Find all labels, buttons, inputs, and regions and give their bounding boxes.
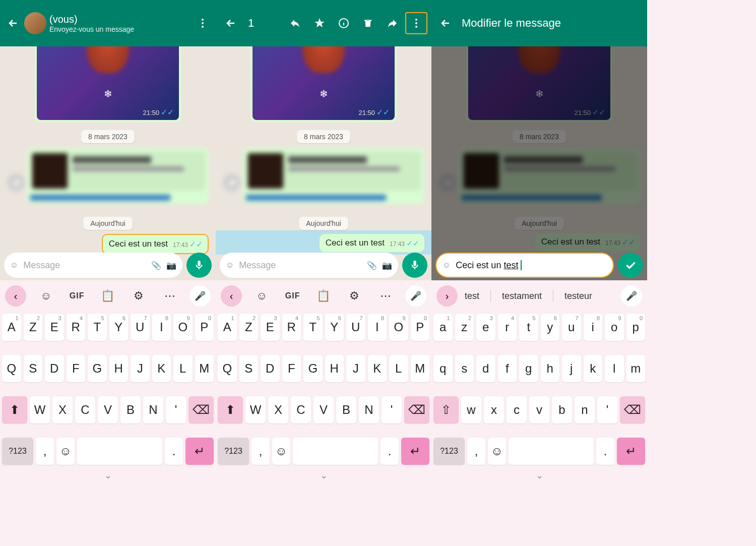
key-V[interactable]: V — [98, 396, 118, 423]
key-I[interactable]: I8 — [368, 314, 387, 341]
settings-icon[interactable]: ⚙ — [128, 289, 150, 302]
collapse-keyboard-icon[interactable]: ⌄ — [2, 470, 214, 481]
key-A[interactable]: A1 — [2, 314, 21, 341]
key-U[interactable]: U7 — [346, 314, 365, 341]
period-key[interactable]: . — [381, 438, 399, 465]
shift-key[interactable]: ⬆ — [218, 396, 243, 423]
emoji-icon[interactable]: ☺ — [443, 261, 451, 270]
key-I[interactable]: I8 — [152, 314, 171, 341]
key-i[interactable]: i8 — [584, 314, 603, 341]
period-key[interactable]: . — [596, 438, 614, 465]
attach-icon[interactable]: 📎 — [367, 261, 377, 270]
message-input[interactable] — [239, 260, 362, 271]
photo-message[interactable]: ❄ 21:50✓✓ — [35, 46, 181, 122]
camera-icon[interactable]: 📷 — [382, 261, 392, 270]
key-g[interactable]: g — [519, 355, 538, 382]
key-P[interactable]: P0 — [195, 314, 214, 341]
numeric-key[interactable]: ?123 — [218, 438, 249, 465]
avatar[interactable] — [24, 12, 46, 34]
shift-key[interactable]: ⬆ — [2, 396, 27, 423]
space-key[interactable] — [293, 438, 378, 465]
link-message[interactable] — [27, 148, 209, 204]
key-v[interactable]: v — [529, 396, 549, 423]
key-G[interactable]: G — [88, 355, 107, 382]
key-j[interactable]: j — [562, 355, 581, 382]
enter-key[interactable]: ↵ — [185, 438, 214, 465]
clipboard-icon[interactable]: 📋 — [312, 289, 335, 302]
comma-key[interactable]: , — [36, 438, 54, 465]
key-z[interactable]: z2 — [455, 314, 474, 341]
key-E[interactable]: E3 — [45, 314, 64, 341]
key-C[interactable]: C — [291, 396, 311, 423]
suggestion[interactable]: testament — [498, 291, 546, 301]
kb-mic-button[interactable]: 🎤 — [621, 285, 642, 307]
key-C[interactable]: C — [75, 396, 95, 423]
shift-key[interactable]: ⇧ — [433, 396, 459, 423]
comma-key[interactable]: , — [251, 438, 270, 465]
edit-message-input[interactable]: Ceci est un test — [456, 260, 607, 271]
key-S[interactable]: S — [239, 355, 259, 382]
key-o[interactable]: o9 — [605, 314, 624, 341]
emoji-icon[interactable]: ☺ — [10, 261, 18, 270]
kb-nav-left[interactable]: ‹ — [5, 285, 26, 307]
back-button[interactable] — [437, 15, 454, 31]
forward-icon[interactable] — [223, 173, 241, 192]
gif-button[interactable]: GIF — [66, 291, 88, 300]
key-q[interactable]: q — [433, 355, 453, 382]
numeric-key[interactable]: ?123 — [433, 438, 465, 465]
info-icon[interactable] — [333, 12, 355, 34]
key-T[interactable]: T5 — [88, 314, 107, 341]
key-X[interactable]: X — [52, 396, 73, 423]
suggestion[interactable]: test — [461, 291, 483, 301]
key-F[interactable]: F — [282, 355, 301, 382]
collapse-keyboard-icon[interactable]: ⌄ — [218, 470, 429, 481]
key-O[interactable]: O9 — [173, 314, 193, 341]
key-Q[interactable]: Q — [218, 355, 237, 382]
backspace-key[interactable]: ⌫ — [404, 396, 429, 423]
key-R[interactable]: R4 — [67, 314, 86, 341]
emoji-icon[interactable]: ☺ — [226, 261, 234, 270]
key-l[interactable]: l — [605, 355, 624, 382]
key-Q[interactable]: Q — [2, 355, 21, 382]
key-b[interactable]: b — [552, 396, 572, 423]
backspace-key[interactable]: ⌫ — [620, 396, 645, 423]
message-input-pill[interactable]: ☺ 📎 📷 — [4, 253, 182, 278]
comma-key[interactable]: , — [467, 438, 485, 465]
space-key[interactable] — [77, 438, 162, 465]
key-x[interactable]: x — [484, 396, 504, 423]
camera-icon[interactable]: 📷 — [166, 261, 176, 270]
key-h[interactable]: h — [541, 355, 560, 382]
text-message[interactable]: Ceci est un test 17:43✓✓ — [320, 234, 424, 252]
edit-input-pill[interactable]: ☺ Ceci est un test — [435, 253, 614, 278]
chat-area[interactable]: ❄ 21:50✓✓ 8 mars 2023 Aujourd'hui Ceci e… — [0, 46, 216, 280]
message-input[interactable] — [23, 260, 146, 271]
key-W[interactable]: W — [30, 396, 50, 423]
key-y[interactable]: y6 — [541, 314, 560, 341]
key-a[interactable]: a1 — [433, 314, 453, 341]
key-D[interactable]: D — [261, 355, 280, 382]
key-U[interactable]: U7 — [131, 314, 150, 341]
key-s[interactable]: s — [455, 355, 474, 382]
key-p[interactable]: p0 — [626, 314, 646, 341]
reply-icon[interactable] — [284, 12, 306, 34]
suggestion[interactable]: testeur — [560, 291, 596, 301]
emoji-key[interactable]: ☺ — [56, 438, 75, 465]
key-B[interactable]: B — [336, 396, 356, 423]
key-N[interactable]: N — [143, 396, 163, 423]
photo-message[interactable]: ❄ 21:50✓✓ — [250, 46, 397, 122]
key-K[interactable]: K — [368, 355, 387, 382]
header-text[interactable]: (vous) Envoyez-vous un message — [49, 14, 195, 33]
sticker-icon[interactable]: ☺ — [250, 289, 273, 302]
key-w[interactable]: w — [461, 396, 481, 423]
settings-icon[interactable]: ⚙ — [343, 289, 365, 302]
key-e[interactable]: e3 — [476, 314, 495, 341]
key-Y[interactable]: Y6 — [109, 314, 129, 341]
enter-key[interactable]: ↵ — [617, 438, 645, 465]
key-k[interactable]: k — [584, 355, 603, 382]
key-'[interactable]: ' — [597, 396, 617, 423]
attach-icon[interactable]: 📎 — [151, 261, 161, 270]
key-H[interactable]: H — [325, 355, 344, 382]
more-icon[interactable]: ⋯ — [374, 289, 397, 302]
back-button[interactable] — [220, 12, 242, 34]
key-n[interactable]: n — [575, 396, 595, 423]
